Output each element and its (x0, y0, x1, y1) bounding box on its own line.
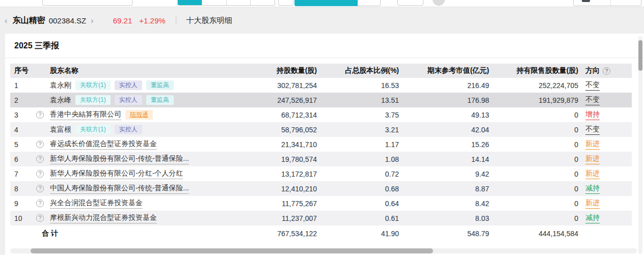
shareholder-name[interactable]: 新华人寿保险股份有限公司-分红-个人分红 (50, 169, 183, 179)
restricted-shares-value: 0 (489, 155, 578, 163)
row-seq: 1 (10, 81, 35, 90)
direction-link[interactable]: 新进 (585, 199, 600, 209)
table-header-row: 序号 股东名称 持股数量(股) 占总股本比例(%) 期末参考市值(亿元) 持有限… (10, 64, 632, 78)
help-icon[interactable]: ? (36, 170, 44, 178)
table-row[interactable]: 8?中国人寿保险股份有限公司-传统-普通保险...12,410,2100.688… (10, 181, 632, 196)
shareholder-name-cell: 新华人寿保险股份有限公司-传统-普通保险... (50, 154, 243, 164)
divider (176, 16, 176, 24)
row-help-cell: ? (35, 111, 50, 119)
help-icon[interactable]: ? (36, 155, 44, 163)
toolbar-right-group[interactable] (573, 0, 641, 6)
header-ratio: 占总股本比例(%) (317, 66, 399, 75)
tag-exec: 董监高 (146, 95, 174, 105)
row-seq: 10 (10, 214, 35, 222)
market-value: 176.98 (399, 96, 489, 104)
row-seq: 5 (10, 140, 35, 149)
table-row[interactable]: 9?兴全合润混合型证券投资基金11,775,2670.648.420新进 (10, 196, 632, 211)
shareholder-name[interactable]: 香港中央結算有限公司 (50, 110, 121, 120)
toolbar-small-input[interactable] (397, 0, 423, 6)
ratio-value: 3.21 (317, 126, 399, 134)
shareholder-name-cell: 袁永峰关联方(1)实控人董监高 (50, 95, 243, 105)
page-title: 十大股东明细 (186, 16, 232, 25)
segment-active[interactable] (178, 0, 202, 5)
table-row[interactable]: 10?摩根新兴动力混合型证券投资基金11,237,0070.618.030减持 (10, 211, 632, 225)
market-value: 15.26 (399, 140, 489, 149)
vertical-scrollbar-thumb[interactable] (638, 40, 642, 71)
direction-link[interactable]: 增持 (585, 110, 600, 120)
ratio-value: 1.17 (317, 140, 399, 149)
shareholder-name[interactable]: 中国人寿保险股份有限公司-传统-普通保险... (50, 184, 189, 194)
header-direction: 方向 ? (578, 66, 632, 75)
direction-link[interactable]: 不变 (585, 80, 600, 91)
toolbar-avatar[interactable] (433, 0, 445, 6)
toolbar-adjacent-button[interactable] (358, 0, 381, 6)
shareholder-name-cell: 兴全合润混合型证券投资基金 (50, 199, 243, 209)
segment-4[interactable] (250, 0, 275, 5)
help-icon[interactable]: ? (36, 140, 44, 148)
direction-link[interactable]: 不变 (585, 125, 600, 135)
segment-2[interactable] (202, 0, 226, 5)
direction-help-icon[interactable]: ? (603, 67, 610, 75)
shares-value: 58,796,052 (243, 126, 317, 134)
shareholder-name-cell: 中国人寿保险股份有限公司-传统-普通保险... (50, 184, 243, 194)
shareholders-card: 2025 三季报 序号 股东名称 持股数量(股) 占总股本比例(%) 期末参考市… (5, 34, 644, 255)
direction-link[interactable]: 减持 (585, 213, 600, 223)
shareholder-name[interactable]: 摩根新兴动力混合型证券投资基金 (50, 213, 157, 223)
direction-link[interactable]: 新进 (585, 154, 600, 164)
restricted-shares-value: 191,929,879 (489, 96, 578, 104)
help-icon[interactable]: ? (36, 185, 44, 192)
table-row[interactable]: 3?香港中央結算有限公司陆股通68,712,3143.7549.130增持 (10, 107, 632, 122)
direction-link[interactable]: 新进 (585, 139, 600, 150)
table-row[interactable]: 5?睿远成长价值混合型证券投资基金21,341,7101.1715.260新进 (10, 137, 632, 152)
row-seq: 3 (10, 111, 35, 119)
restricted-shares-value: 0 (489, 200, 578, 208)
help-icon[interactable]: ? (36, 111, 44, 119)
help-icon[interactable]: ? (36, 214, 44, 222)
shareholder-name[interactable]: 新华人寿保险股份有限公司-传统-普通保险... (50, 154, 189, 164)
toolbar-segmented-control[interactable] (177, 0, 275, 6)
toolbar-primary-button[interactable] (294, 0, 358, 6)
market-value: 8.87 (399, 185, 489, 193)
tag-lgt[interactable]: 陆股通 (125, 110, 153, 120)
table-row[interactable]: 1袁永刚关联方(1)实控人董监高302,781,25416.53216.4925… (10, 78, 632, 93)
table-row[interactable]: 7?新华人寿保险股份有限公司-分红-个人分红13,172,8170.729.42… (10, 166, 632, 181)
help-icon[interactable]: ? (36, 200, 44, 207)
market-value: 9.42 (399, 170, 489, 178)
row-seq: 4 (10, 126, 35, 134)
ratio-value: 0.68 (317, 185, 399, 193)
header-market-value: 期末参考市值(亿元) (399, 66, 489, 75)
direction-cell: 增持 (578, 110, 632, 120)
divider (610, 0, 611, 6)
tag-related: 关联方(1) (75, 125, 111, 134)
table-row[interactable]: 4袁富根关联方(1)实控人58,796,0523.2142.040不变 (10, 122, 632, 137)
prev-stock-chevron[interactable]: ‹ (5, 16, 8, 25)
header-restricted: 持有限售股数量(股) (489, 66, 578, 75)
restricted-shares-value: 0 (489, 170, 578, 178)
next-stock-chevron[interactable]: › (91, 16, 94, 25)
shareholder-name-cell: 新华人寿保险股份有限公司-分红-个人分红 (50, 169, 243, 179)
direction-link[interactable]: 新进 (585, 169, 600, 179)
shareholder-name[interactable]: 睿远成长价值混合型证券投资基金 (50, 139, 157, 150)
direction-link[interactable]: 减持 (585, 184, 600, 194)
table-total-row: 合 计 767,534,122 41.90 548.79 444,154,584 (10, 225, 632, 241)
shareholder-name[interactable]: 兴全合润混合型证券投资基金 (50, 199, 143, 209)
restricted-shares-value: 0 (489, 214, 578, 222)
ratio-value: 13.51 (317, 96, 399, 104)
table-row[interactable]: 2袁永峰关联方(1)实控人董监高247,526,91713.51176.9819… (10, 93, 632, 107)
shares-value: 68,712,314 (243, 111, 317, 119)
header-direction-label: 方向 (585, 66, 600, 75)
total-market-value: 548.79 (399, 230, 489, 238)
toolbar-mini-button[interactable] (278, 0, 293, 6)
shares-value: 13,172,817 (243, 170, 317, 178)
header-seq: 序号 (10, 66, 50, 75)
total-ratio: 41.90 (317, 230, 399, 238)
table-row[interactable]: 6?新华人寿保险股份有限公司-传统-普通保险...19,780,5741.081… (10, 152, 632, 166)
monitor-icon (582, 0, 590, 2)
segment-3[interactable] (226, 0, 251, 5)
shareholder-name-cell: 袁永刚关联方(1)实控人董监高 (50, 80, 243, 90)
direction-link[interactable]: 不变 (585, 95, 600, 105)
tag-controller: 实控人 (115, 95, 142, 105)
shareholder-name-cell: 香港中央結算有限公司陆股通 (50, 110, 243, 120)
horizontal-scrollbar-thumb[interactable] (31, 248, 433, 253)
toolbar-search-input[interactable] (42, 0, 132, 6)
